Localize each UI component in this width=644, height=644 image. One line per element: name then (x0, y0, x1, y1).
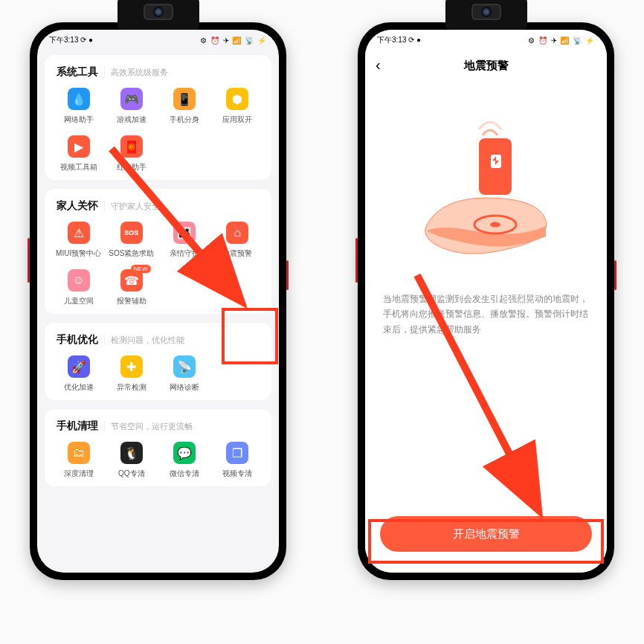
app-label: 视频专清 (222, 468, 252, 479)
app-地震预警[interactable]: ⌂地震预警 (211, 222, 264, 259)
section-title: 手机清理 (57, 419, 98, 433)
app-icon: 💧 (68, 88, 90, 110)
app-label: 异常检测 (117, 382, 146, 393)
description-text: 当地震预警网监测到会发生引起强烈晃动的地震时，手机将向您推送预警信息、播放警报。… (383, 292, 589, 337)
app-icon: ⚠ (68, 222, 90, 244)
app-网络助手[interactable]: 💧网络助手 (52, 88, 105, 125)
app-游戏加速[interactable]: 🎮游戏加速 (105, 88, 158, 125)
app-视频专清[interactable]: ❐视频专清 (211, 442, 264, 479)
app-label: 微信专清 (170, 468, 199, 479)
app-亲情守护[interactable]: 👪亲情守护 (158, 222, 211, 259)
app-异常检测[interactable]: ✚异常检测 (105, 355, 158, 393)
app-label: 视频工具箱 (60, 162, 97, 173)
app-icon: 🎮 (120, 88, 143, 110)
app-icon: 🚀 (68, 355, 90, 378)
new-badge: NEW (131, 265, 151, 273)
app-icon: ❐ (226, 442, 248, 464)
app-label: 网络助手 (64, 115, 94, 125)
app-icon: ⌂ (226, 222, 248, 244)
app-SOS紧急求助[interactable]: SOSSOS紧急求助 (105, 222, 158, 259)
app-微信专清[interactable]: 💬微信专清 (158, 442, 211, 479)
app-视频工具箱[interactable]: ▶视频工具箱 (52, 135, 105, 173)
section-card: 家人关怀守护家人安全⚠MIUI预警中心SOSSOS紧急求助👪亲情守护⌂地震预警☺… (45, 189, 271, 314)
status-icons: ⚙ ⏰ ✈ 📶 📡 ⚡ (200, 36, 267, 45)
app-icon: 🗂 (68, 442, 90, 464)
app-label: 网络诊断 (170, 382, 199, 393)
app-红包助手[interactable]: 🧧红包助手 (105, 135, 158, 173)
app-label: 优化加速 (64, 382, 94, 393)
section-subtitle: 检测问题，优化性能 (104, 335, 184, 346)
screen-right: 下午3:13 ⟳ ● ⚙ ⏰ ✈ 📶 📡 ⚡ ‹ 地震预警 (365, 30, 607, 573)
page-title: 地震预警 (464, 59, 509, 73)
app-label: 深度清理 (64, 468, 94, 479)
app-icon: 👪 (173, 222, 196, 244)
section-title: 系统工具 (57, 65, 98, 79)
status-icons: ⚙ ⏰ ✈ 📶 📡 ⚡ (528, 36, 595, 45)
app-icon: ⬢ (226, 88, 248, 110)
status-bar: 下午3:13 ⟳ ● ⚙ ⏰ ✈ 📶 📡 ⚡ (365, 30, 607, 51)
section-title: 手机优化 (57, 333, 98, 347)
status-time: 下午3:13 ⟳ ● (377, 35, 421, 45)
earthquake-illustration (412, 113, 561, 269)
app-label: 应用双开 (222, 115, 252, 125)
section-subtitle: 高效系统级服务 (104, 67, 168, 78)
app-label: QQ专清 (118, 468, 145, 479)
app-icon: 📱 (173, 88, 196, 110)
section-subtitle: 守护家人安全 (104, 201, 160, 212)
app-label: 亲情守护 (170, 248, 199, 259)
app-icon: 🧧 (120, 135, 143, 158)
app-icon: SOS (120, 222, 143, 244)
back-icon[interactable]: ‹ (376, 57, 381, 74)
camera-module (117, 0, 199, 30)
status-time: 下午3:13 ⟳ ● (49, 35, 93, 45)
app-QQ专清[interactable]: 🐧QQ专清 (105, 442, 158, 479)
app-icon: ☺ (68, 269, 90, 292)
app-label: 儿童空间 (64, 296, 94, 306)
app-icon: 🐧 (120, 442, 143, 464)
app-icon: 💬 (173, 442, 196, 464)
section-subtitle: 节省空间，运行更流畅 (104, 421, 193, 432)
status-bar: 下午3:13 ⟳ ● ⚙ ⏰ ✈ 📶 📡 ⚡ (37, 30, 279, 51)
enable-earthquake-button[interactable]: 开启地震预警 (380, 516, 592, 552)
app-label: 红包助手 (117, 162, 146, 173)
section-title: 家人关怀 (57, 199, 98, 213)
phone-right: 下午3:13 ⟳ ● ⚙ ⏰ ✈ 📶 📡 ⚡ ‹ 地震预警 (358, 22, 614, 580)
app-icon: ✚ (120, 355, 143, 378)
app-icon: ▶ (68, 135, 90, 158)
section-card: 系统工具高效系统级服务💧网络助手🎮游戏加速📱手机分身⬢应用双开▶视频工具箱🧧红包… (45, 55, 271, 180)
app-应用双开[interactable]: ⬢应用双开 (211, 88, 264, 125)
app-儿童空间[interactable]: ☺儿童空间 (52, 269, 105, 306)
app-MIUI预警中心[interactable]: ⚠MIUI预警中心 (52, 222, 105, 259)
app-label: SOS紧急求助 (109, 248, 154, 259)
app-label: 游戏加速 (117, 115, 146, 125)
app-手机分身[interactable]: 📱手机分身 (158, 88, 211, 125)
screen-left: 下午3:13 ⟳ ● ⚙ ⏰ ✈ 📶 📡 ⚡ 系统工具高效系统级服务💧网络助手🎮… (37, 30, 279, 573)
app-深度清理[interactable]: 🗂深度清理 (52, 442, 105, 479)
app-优化加速[interactable]: 🚀优化加速 (52, 355, 105, 393)
camera-module (445, 0, 527, 30)
svg-point-4 (490, 222, 500, 228)
phone-left: 下午3:13 ⟳ ● ⚙ ⏰ ✈ 📶 📡 ⚡ 系统工具高效系统级服务💧网络助手🎮… (30, 22, 286, 580)
button-label: 开启地震预警 (453, 527, 520, 541)
app-报警辅助[interactable]: ☎报警辅助NEW (105, 269, 158, 306)
app-label: MIUI预警中心 (56, 248, 101, 259)
app-icon: 📡 (173, 355, 196, 378)
section-card: 手机清理节省空间，运行更流畅🗂深度清理🐧QQ专清💬微信专清❐视频专清 (45, 409, 271, 486)
app-label: 报警辅助 (117, 296, 146, 306)
page-header: ‹ 地震预警 (365, 51, 607, 80)
app-label: 地震预警 (222, 248, 252, 259)
section-card: 手机优化检测问题，优化性能🚀优化加速✚异常检测📡网络诊断 (45, 323, 271, 400)
app-网络诊断[interactable]: 📡网络诊断 (158, 355, 211, 393)
app-label: 手机分身 (170, 115, 199, 125)
